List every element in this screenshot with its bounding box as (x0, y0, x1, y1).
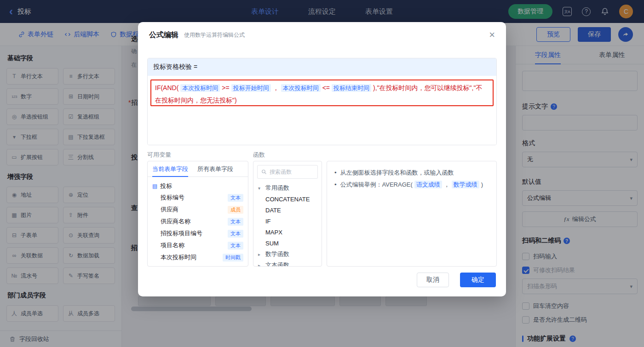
tab-current-form-fields[interactable]: 当前表单字段 (148, 161, 193, 176)
field-chip[interactable]: 投标开始时间 (231, 84, 271, 92)
field-name: 供应商名称 (161, 217, 190, 226)
function-search-input[interactable] (270, 169, 314, 175)
field-name: 本次投标时间 (161, 253, 196, 262)
function-item-concatenate[interactable]: CONCATENATE (258, 193, 317, 205)
tips-panel: •从左侧面板选择字段名和函数，或输入函数 •公式编辑举例：AVERAGE(语文成… (327, 161, 497, 267)
bullet: • (334, 179, 337, 191)
tip-text: 从左侧面板选择字段名和函数，或输入函数 (340, 167, 454, 179)
form-node-label: 投标 (160, 182, 172, 190)
document-icon: ▤ (152, 183, 157, 189)
field-row[interactable]: 招投标项目编号文本 (152, 228, 243, 239)
function-item-if[interactable]: IF (258, 216, 317, 227)
field-type-tag: 文本 (228, 230, 243, 238)
function-group-math[interactable]: ▸数学函数 (258, 249, 317, 260)
field-name: 投标编号 (161, 193, 184, 202)
formula-token: ， (273, 84, 279, 91)
close-icon[interactable]: × (489, 30, 495, 40)
function-group-common[interactable]: ▾常用函数 (258, 182, 317, 193)
field-name: 供应商 (161, 205, 178, 214)
modal-title: 公式编辑 (149, 30, 178, 40)
chevron-down-icon: ▾ (258, 186, 263, 191)
field-row[interactable]: 项目名称文本 (152, 239, 243, 251)
modal-header: 公式编辑 使用数学运算符编辑公式 × (138, 22, 506, 48)
function-item-date[interactable]: DATE (258, 205, 317, 216)
formula-modal: 公式编辑 使用数学运算符编辑公式 × 投标资格校验 = IF(AND(本次投标时… (138, 22, 506, 296)
function-item-mapx[interactable]: MAPX (258, 227, 317, 238)
field-name: 项目名称 (161, 241, 184, 250)
variables-label: 可用变量 (147, 151, 171, 159)
function-search[interactable] (257, 165, 318, 179)
functions-panel: ▾常用函数 CONCATENATE DATE IF MAPX SUM ▸数学函数… (253, 161, 322, 267)
confirm-button[interactable]: 确定 (460, 273, 496, 287)
modal-subtitle: 使用数学运算符编辑公式 (184, 31, 245, 39)
field-name: 招投标项目编号 (161, 229, 202, 238)
tab-all-form-fields[interactable]: 所有表单字段 (193, 161, 238, 176)
app: ‹ 投标 表单设计 流程设定 表单设置 数据管理 文A ? C 表单外链 (0, 0, 644, 347)
function-group-label: 常用函数 (265, 184, 289, 192)
formula-token: <= (322, 84, 330, 91)
formula-editor-body[interactable]: IF(AND(本次投标时间>=投标开始时间，本次投标时间<=投标结束时间),"在… (148, 76, 496, 145)
functions-label: 函数 (253, 151, 265, 159)
field-row[interactable]: 本次投标时间时间戳 (152, 251, 243, 263)
function-group-label: 数学函数 (265, 250, 289, 258)
field-row[interactable]: 供应商成员 (152, 204, 243, 216)
tip-item: •从左侧面板选择字段名和函数，或输入函数 (334, 167, 489, 179)
formula-token: >= (222, 84, 229, 91)
function-group-label: 文本函数 (265, 261, 289, 267)
functions-tree: ▾常用函数 CONCATENATE DATE IF MAPX SUM ▸数学函数… (253, 182, 322, 267)
field-chip[interactable]: 本次投标时间 (180, 84, 220, 92)
variables-panel: 当前表单字段 所有表单字段 ▤ 投标 投标编号文本 供应商成员 供应商名称文本 … (147, 161, 248, 267)
chevron-right-icon: ▸ (258, 263, 263, 267)
field-type-tag: 文本 (228, 242, 243, 250)
field-row[interactable]: 投标编号文本 (152, 192, 243, 204)
field-type-tag: 时间戳 (223, 254, 243, 262)
function-item-sum[interactable]: SUM (258, 238, 317, 249)
search-icon (261, 169, 267, 175)
formula-token: IF(AND( (155, 84, 178, 91)
field-type-tag: 文本 (228, 218, 243, 226)
bullet: • (334, 167, 337, 179)
field-row[interactable]: 供应商名称文本 (152, 216, 243, 228)
form-node[interactable]: ▤ 投标 (152, 181, 243, 192)
formula-name-bar: 投标资格校验 = (148, 58, 496, 76)
field-type-tag: 文本 (228, 194, 243, 202)
example-field-chip: 语文成绩 (414, 181, 442, 188)
modal-footer: 取消 确定 (417, 273, 496, 287)
tip-text: 公式编辑举例：AVERAGE(语文成绩，数学成绩) (340, 179, 483, 191)
field-chip[interactable]: 本次投标时间 (281, 84, 321, 92)
field-type-tag: 成员 (228, 206, 243, 214)
cancel-button[interactable]: 取消 (417, 273, 449, 287)
formula-editor: 投标资格校验 = IF(AND(本次投标时间>=投标开始时间，本次投标时间<=投… (147, 58, 497, 145)
formula-expression[interactable]: IF(AND(本次投标时间>=投标开始时间，本次投标时间<=投标结束时间),"在… (148, 76, 496, 106)
chevron-right-icon: ▸ (258, 252, 263, 257)
variables-tabs: 当前表单字段 所有表单字段 (148, 161, 248, 177)
tip-item: •公式编辑举例：AVERAGE(语文成绩，数学成绩) (334, 179, 489, 191)
example-field-chip: 数学成绩 (452, 181, 479, 188)
function-group-text[interactable]: ▸文本函数 (258, 260, 317, 267)
variables-tree: ▤ 投标 投标编号文本 供应商成员 供应商名称文本 招投标项目编号文本 项目名称… (148, 177, 248, 267)
field-chip[interactable]: 投标结束时间 (332, 84, 371, 92)
